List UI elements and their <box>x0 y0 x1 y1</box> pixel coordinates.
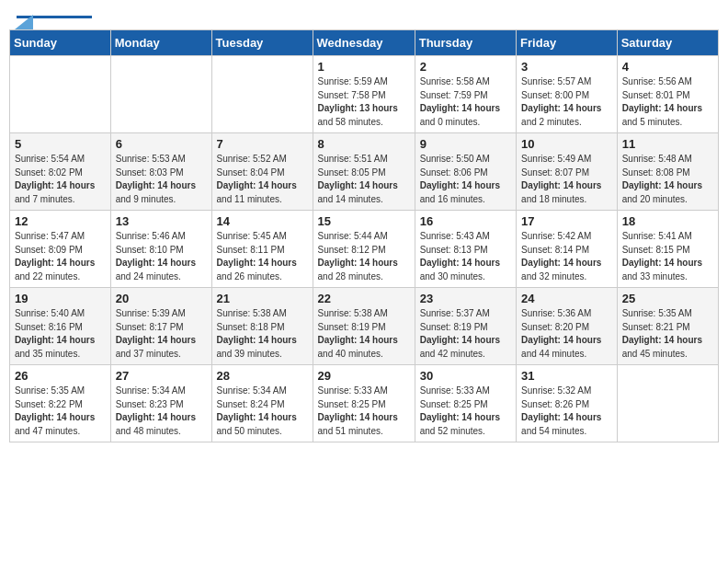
calendar-cell: 4Sunrise: 5:56 AMSunset: 8:01 PMDaylight… <box>617 56 718 133</box>
calendar-cell: 17Sunrise: 5:42 AMSunset: 8:14 PMDayligh… <box>517 211 618 288</box>
weekday-header-friday: Friday <box>517 30 618 56</box>
day-number: 12 <box>15 214 106 228</box>
day-info: Sunrise: 5:39 AMSunset: 8:17 PMDaylight:… <box>116 307 207 361</box>
calendar-cell: 6Sunrise: 5:53 AMSunset: 8:03 PMDaylight… <box>110 133 211 211</box>
logo-arrow-icon <box>15 15 33 29</box>
calendar-cell: 3Sunrise: 5:57 AMSunset: 8:00 PMDaylight… <box>517 56 618 133</box>
day-number: 30 <box>420 369 511 383</box>
logo <box>17 13 92 18</box>
day-info: Sunrise: 5:44 AMSunset: 8:12 PMDaylight:… <box>318 230 410 283</box>
calendar-cell: 11Sunrise: 5:48 AMSunset: 8:08 PMDayligh… <box>617 133 718 211</box>
calendar-cell: 2Sunrise: 5:58 AMSunset: 7:59 PMDaylight… <box>415 56 516 133</box>
calendar-cell: 28Sunrise: 5:34 AMSunset: 8:24 PMDayligh… <box>211 365 313 442</box>
calendar-cell: 31Sunrise: 5:32 AMSunset: 8:26 PMDayligh… <box>517 365 618 442</box>
day-number: 24 <box>521 292 612 305</box>
day-number: 10 <box>521 137 612 151</box>
day-number: 7 <box>217 137 308 151</box>
day-number: 3 <box>521 60 612 74</box>
day-info: Sunrise: 5:59 AMSunset: 7:58 PMDaylight:… <box>318 75 410 129</box>
weekday-header-saturday: Saturday <box>617 30 718 56</box>
day-info: Sunrise: 5:40 AMSunset: 8:16 PMDaylight:… <box>15 307 106 361</box>
day-number: 4 <box>622 60 713 74</box>
calendar-cell <box>211 56 313 133</box>
day-info: Sunrise: 5:51 AMSunset: 8:05 PMDaylight:… <box>318 153 410 206</box>
day-number: 19 <box>15 292 106 305</box>
day-info: Sunrise: 5:49 AMSunset: 8:07 PMDaylight:… <box>521 153 612 206</box>
day-info: Sunrise: 5:50 AMSunset: 8:06 PMDaylight:… <box>420 153 511 206</box>
day-number: 13 <box>116 214 207 228</box>
page-header <box>9 9 719 22</box>
calendar-cell: 16Sunrise: 5:43 AMSunset: 8:13 PMDayligh… <box>415 211 516 288</box>
day-info: Sunrise: 5:38 AMSunset: 8:19 PMDaylight:… <box>318 307 410 361</box>
day-info: Sunrise: 5:38 AMSunset: 8:18 PMDaylight:… <box>217 307 308 361</box>
weekday-header-wednesday: Wednesday <box>313 30 415 56</box>
day-number: 31 <box>521 369 612 383</box>
day-info: Sunrise: 5:56 AMSunset: 8:01 PMDaylight:… <box>622 75 713 129</box>
weekday-header-monday: Monday <box>110 30 211 56</box>
day-number: 29 <box>318 369 410 383</box>
day-number: 18 <box>622 214 713 228</box>
day-info: Sunrise: 5:33 AMSunset: 8:25 PMDaylight:… <box>318 385 410 438</box>
day-number: 23 <box>420 292 511 305</box>
day-info: Sunrise: 5:41 AMSunset: 8:15 PMDaylight:… <box>622 230 713 283</box>
calendar-cell: 23Sunrise: 5:37 AMSunset: 8:19 PMDayligh… <box>415 288 516 365</box>
day-info: Sunrise: 5:52 AMSunset: 8:04 PMDaylight:… <box>217 153 308 206</box>
day-info: Sunrise: 5:35 AMSunset: 8:21 PMDaylight:… <box>622 307 713 361</box>
calendar-cell: 29Sunrise: 5:33 AMSunset: 8:25 PMDayligh… <box>313 365 415 442</box>
calendar-cell: 9Sunrise: 5:50 AMSunset: 8:06 PMDaylight… <box>415 133 516 211</box>
calendar-cell: 22Sunrise: 5:38 AMSunset: 8:19 PMDayligh… <box>313 288 415 365</box>
calendar-week-row: 5Sunrise: 5:54 AMSunset: 8:02 PMDaylight… <box>10 133 719 211</box>
calendar-cell <box>110 56 211 133</box>
calendar-cell: 20Sunrise: 5:39 AMSunset: 8:17 PMDayligh… <box>110 288 211 365</box>
day-info: Sunrise: 5:47 AMSunset: 8:09 PMDaylight:… <box>15 230 106 283</box>
calendar-week-row: 1Sunrise: 5:59 AMSunset: 7:58 PMDaylight… <box>10 56 719 133</box>
day-number: 21 <box>217 292 308 305</box>
day-number: 9 <box>420 137 511 151</box>
calendar-cell <box>617 365 718 442</box>
day-number: 8 <box>318 137 410 151</box>
weekday-header-thursday: Thursday <box>415 30 516 56</box>
calendar-table: SundayMondayTuesdayWednesdayThursdayFrid… <box>9 29 719 442</box>
day-number: 14 <box>217 214 308 228</box>
calendar-cell: 30Sunrise: 5:33 AMSunset: 8:25 PMDayligh… <box>415 365 516 442</box>
day-info: Sunrise: 5:32 AMSunset: 8:26 PMDaylight:… <box>521 385 612 438</box>
calendar-cell: 25Sunrise: 5:35 AMSunset: 8:21 PMDayligh… <box>617 288 718 365</box>
calendar-cell: 15Sunrise: 5:44 AMSunset: 8:12 PMDayligh… <box>313 211 415 288</box>
calendar-cell: 21Sunrise: 5:38 AMSunset: 8:18 PMDayligh… <box>211 288 313 365</box>
calendar-cell: 26Sunrise: 5:35 AMSunset: 8:22 PMDayligh… <box>10 365 111 442</box>
day-number: 17 <box>521 214 612 228</box>
calendar-cell: 13Sunrise: 5:46 AMSunset: 8:10 PMDayligh… <box>110 211 211 288</box>
calendar-cell: 12Sunrise: 5:47 AMSunset: 8:09 PMDayligh… <box>10 211 111 288</box>
day-number: 28 <box>217 369 308 383</box>
calendar-week-row: 26Sunrise: 5:35 AMSunset: 8:22 PMDayligh… <box>10 365 719 442</box>
weekday-header-row: SundayMondayTuesdayWednesdayThursdayFrid… <box>10 30 719 56</box>
calendar-cell: 5Sunrise: 5:54 AMSunset: 8:02 PMDaylight… <box>10 133 111 211</box>
calendar-cell: 24Sunrise: 5:36 AMSunset: 8:20 PMDayligh… <box>517 288 618 365</box>
day-number: 25 <box>622 292 713 305</box>
weekday-header-sunday: Sunday <box>10 30 111 56</box>
day-number: 6 <box>116 137 207 151</box>
calendar-cell: 14Sunrise: 5:45 AMSunset: 8:11 PMDayligh… <box>211 211 313 288</box>
calendar-cell: 7Sunrise: 5:52 AMSunset: 8:04 PMDaylight… <box>211 133 313 211</box>
calendar-cell: 27Sunrise: 5:34 AMSunset: 8:23 PMDayligh… <box>110 365 211 442</box>
day-info: Sunrise: 5:34 AMSunset: 8:23 PMDaylight:… <box>116 385 207 438</box>
day-info: Sunrise: 5:36 AMSunset: 8:20 PMDaylight:… <box>521 307 612 361</box>
day-info: Sunrise: 5:42 AMSunset: 8:14 PMDaylight:… <box>521 230 612 283</box>
day-info: Sunrise: 5:33 AMSunset: 8:25 PMDaylight:… <box>420 385 511 438</box>
day-info: Sunrise: 5:37 AMSunset: 8:19 PMDaylight:… <box>420 307 511 361</box>
calendar-cell: 19Sunrise: 5:40 AMSunset: 8:16 PMDayligh… <box>10 288 111 365</box>
day-number: 27 <box>116 369 207 383</box>
day-info: Sunrise: 5:58 AMSunset: 7:59 PMDaylight:… <box>420 75 511 129</box>
day-info: Sunrise: 5:45 AMSunset: 8:11 PMDaylight:… <box>217 230 308 283</box>
weekday-header-tuesday: Tuesday <box>211 30 313 56</box>
day-number: 26 <box>15 369 106 383</box>
day-info: Sunrise: 5:43 AMSunset: 8:13 PMDaylight:… <box>420 230 511 283</box>
day-info: Sunrise: 5:46 AMSunset: 8:10 PMDaylight:… <box>116 230 207 283</box>
calendar-week-row: 12Sunrise: 5:47 AMSunset: 8:09 PMDayligh… <box>10 211 719 288</box>
day-number: 11 <box>622 137 713 151</box>
calendar-cell: 10Sunrise: 5:49 AMSunset: 8:07 PMDayligh… <box>517 133 618 211</box>
day-number: 20 <box>116 292 207 305</box>
day-number: 15 <box>318 214 410 228</box>
calendar-cell: 18Sunrise: 5:41 AMSunset: 8:15 PMDayligh… <box>617 211 718 288</box>
day-number: 5 <box>15 137 106 151</box>
